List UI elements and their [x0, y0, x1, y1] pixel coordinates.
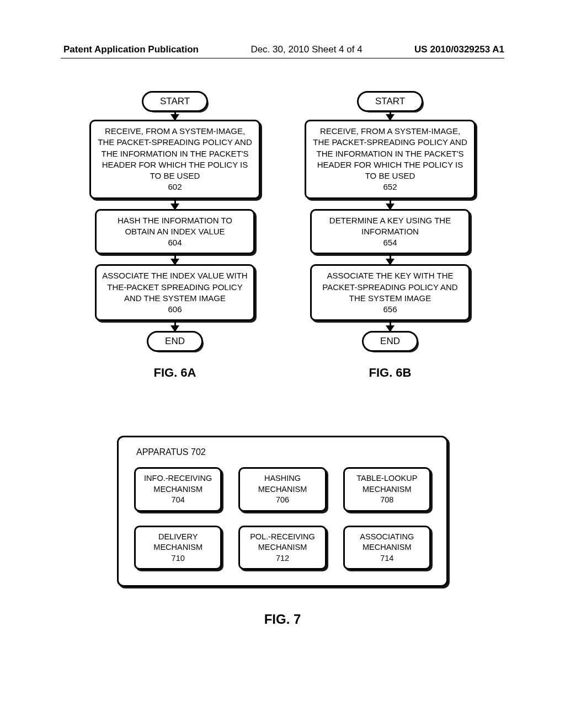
arrow-icon [174, 254, 176, 264]
arrow-icon [174, 321, 176, 331]
flowchart-6b: START RECEIVE, FROM A SYSTEM-IMAGE, THE … [294, 91, 487, 380]
step-text: ASSOCIATE THE KEY WITH THE PACKET-SPREAD… [322, 271, 457, 303]
flowcharts-row: START RECEIVE, FROM A SYSTEM-IMAGE, THE … [0, 91, 565, 380]
arrow-icon [390, 199, 391, 209]
header-center: Dec. 30, 2010 Sheet 4 of 4 [250, 44, 362, 55]
step-number: 604 [168, 238, 182, 247]
figure-label-6a: FIG. 6A [153, 366, 196, 380]
apparatus-section: APPARATUS 702 INFO.-RECEIVING MECHANISM … [0, 436, 565, 627]
mechanism-grid: INFO.-RECEIVING MECHANISM 704 HASHING ME… [134, 467, 431, 570]
mechanism-line1: ASSOCIATING [360, 532, 414, 541]
arrow-icon [174, 112, 176, 120]
process-step-652: RECEIVE, FROM A SYSTEM-IMAGE, THE PACKET… [305, 120, 476, 199]
start-terminal: START [142, 91, 208, 112]
process-step-606: ASSOCIATE THE INDEX VALUE WITH THE-PACKE… [95, 264, 255, 321]
step-number: 652 [383, 182, 397, 191]
apparatus-title: APPARATUS 702 [136, 447, 431, 457]
header-left: Patent Application Publication [63, 44, 199, 55]
flowchart-6a: START RECEIVE, FROM A SYSTEM-IMAGE, THE … [78, 91, 271, 380]
mechanism-line2: MECHANISM [363, 543, 412, 552]
step-number: 602 [168, 182, 182, 191]
start-terminal: START [357, 91, 423, 112]
header-rule [61, 58, 504, 58]
end-terminal: END [362, 331, 418, 352]
figure-label-6b: FIG. 6B [369, 366, 411, 380]
process-step-654: DETERMINE A KEY USING THE INFORMATION 65… [310, 209, 470, 255]
step-text: DETERMINE A KEY USING THE INFORMATION [329, 216, 451, 236]
step-number: 606 [168, 304, 182, 314]
mechanism-710: DELIVERY MECHANISM 710 [134, 526, 222, 570]
mechanism-708: TABLE-LOOKUP MECHANISM 708 [343, 467, 431, 512]
figure-label-7: FIG. 7 [264, 612, 301, 627]
mechanism-712: POL.-RECEIVING MECHANISM 712 [238, 526, 326, 570]
step-text: RECEIVE, FROM A SYSTEM-IMAGE, THE PACKET… [313, 126, 467, 180]
mechanism-line1: HASHING [264, 474, 301, 483]
mechanism-num: 712 [276, 554, 289, 563]
arrow-icon [390, 321, 391, 331]
mechanism-line2: MECHANISM [258, 543, 307, 552]
mechanism-704: INFO.-RECEIVING MECHANISM 704 [134, 467, 222, 512]
arrow-icon [174, 199, 176, 209]
mechanism-num: 714 [380, 554, 393, 563]
mechanism-num: 706 [276, 495, 289, 504]
header-right: US 2010/0329253 A1 [414, 44, 504, 55]
mechanism-num: 710 [172, 554, 185, 563]
mechanism-line2: MECHANISM [363, 485, 412, 494]
mechanism-line2: MECHANISM [258, 485, 307, 494]
mechanism-num: 708 [380, 495, 393, 504]
mechanism-line1: DELIVERY [158, 532, 198, 541]
mechanism-line2: MECHANISM [153, 543, 202, 552]
mechanism-num: 704 [172, 495, 185, 504]
step-number: 656 [383, 304, 397, 314]
mechanism-line1: INFO.-RECEIVING [144, 474, 212, 483]
mechanism-line1: TABLE-LOOKUP [356, 474, 417, 483]
step-number: 654 [383, 238, 397, 247]
step-text: ASSOCIATE THE INDEX VALUE WITH THE-PACKE… [102, 271, 247, 303]
arrow-icon [390, 254, 391, 264]
process-step-602: RECEIVE, FROM A SYSTEM-IMAGE, THE PACKET… [89, 120, 260, 199]
apparatus-702: APPARATUS 702 INFO.-RECEIVING MECHANISM … [117, 436, 448, 587]
mechanism-714: ASSOCIATING MECHANISM 714 [343, 526, 431, 570]
page-header: Patent Application Publication Dec. 30, … [0, 44, 565, 55]
mechanism-line1: POL.-RECEIVING [250, 532, 315, 541]
process-step-656: ASSOCIATE THE KEY WITH THE PACKET-SPREAD… [310, 264, 470, 321]
arrow-icon [390, 112, 391, 120]
process-step-604: HASH THE INFORMATION TO OBTAIN AN INDEX … [95, 209, 255, 255]
mechanism-706: HASHING MECHANISM 706 [238, 467, 326, 512]
step-text: HASH THE INFORMATION TO OBTAIN AN INDEX … [118, 216, 232, 236]
step-text: RECEIVE, FROM A SYSTEM-IMAGE, THE PACKET… [98, 126, 252, 180]
mechanism-line2: MECHANISM [153, 485, 202, 494]
end-terminal: END [147, 331, 203, 352]
